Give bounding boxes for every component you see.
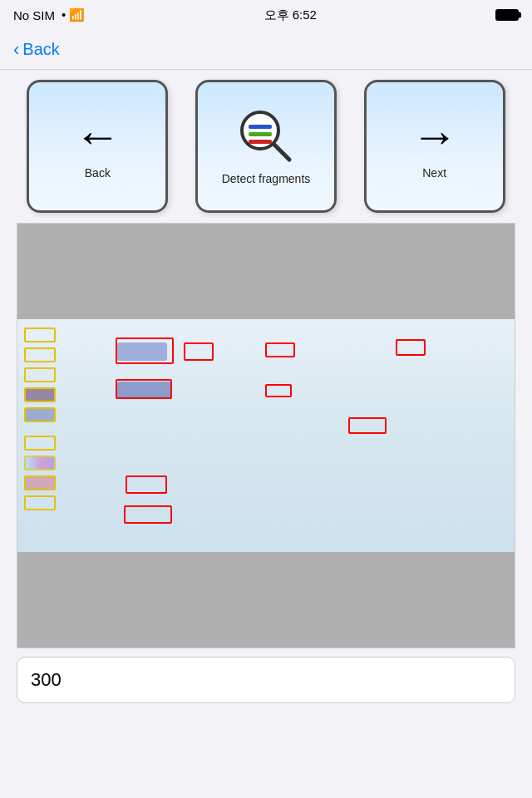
- back-nav-button[interactable]: ‹ Back: [13, 39, 60, 61]
- svg-rect-3: [249, 140, 272, 144]
- battery-icon: [495, 9, 519, 21]
- detect-box-4: [396, 339, 426, 356]
- detect-icon: [237, 107, 295, 165]
- detect-box-8: [126, 475, 167, 494]
- detect-fragments-button[interactable]: Detect fragments: [195, 80, 337, 213]
- value-input[interactable]: [31, 669, 501, 691]
- back-arrow-icon: ←: [74, 113, 121, 160]
- lane-1: [24, 328, 56, 342]
- lane-2: [24, 347, 56, 362]
- next-action-button[interactable]: → Next: [364, 80, 505, 213]
- detect-box-3: [265, 342, 295, 357]
- back-action-button[interactable]: ← Back: [27, 80, 168, 213]
- wifi-icon: • 📶: [62, 7, 85, 22]
- detect-box-1: [116, 337, 174, 364]
- status-bar: No SIM • 📶 오후 6:52: [0, 0, 532, 30]
- detect-box-7: [348, 417, 387, 434]
- lane-7: [24, 456, 56, 470]
- status-right: [495, 9, 519, 21]
- action-buttons-row: ← Back Detect fragments → Next: [0, 70, 532, 223]
- gel-top-gray: [17, 224, 515, 319]
- carrier-text: No SIM: [13, 8, 55, 22]
- svg-rect-1: [249, 125, 272, 129]
- lane-5: [24, 407, 56, 422]
- detect-box-6: [265, 384, 292, 397]
- svg-line-4: [273, 144, 289, 160]
- lane-9: [24, 495, 56, 510]
- detect-box-9: [124, 505, 172, 524]
- detect-box-2: [184, 342, 214, 361]
- gel-image-container: [17, 223, 515, 648]
- svg-rect-2: [249, 132, 272, 136]
- back-nav-label: Back: [22, 40, 59, 59]
- gel-bottom-gray: [17, 552, 515, 648]
- status-carrier: No SIM • 📶: [13, 7, 85, 22]
- gel-main-area: [17, 319, 515, 552]
- status-time: 오후 6:52: [264, 7, 317, 23]
- back-chevron-icon: ‹: [13, 39, 19, 61]
- lane-6: [24, 436, 56, 451]
- detect-button-label: Detect fragments: [222, 172, 311, 185]
- lane-3: [24, 367, 56, 382]
- next-arrow-icon: →: [411, 113, 458, 160]
- next-button-label: Next: [422, 166, 446, 180]
- lane-8: [24, 475, 56, 490]
- input-row: [17, 657, 515, 703]
- lane-4: [24, 387, 56, 402]
- lane-markers: [24, 319, 56, 510]
- detect-box-5: [116, 379, 172, 399]
- back-button-label: Back: [85, 166, 111, 180]
- nav-bar: ‹ Back: [0, 30, 532, 70]
